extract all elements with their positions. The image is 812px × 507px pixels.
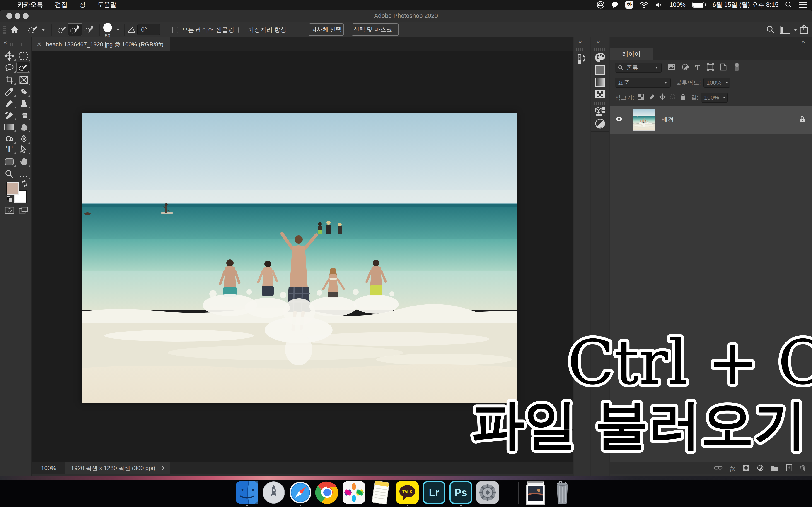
add-to-selection-mode[interactable] (67, 23, 83, 36)
history-panel-icon[interactable] (577, 53, 587, 65)
korean-input-icon[interactable]: 한 (625, 1, 633, 9)
link-layers-icon[interactable] (714, 465, 722, 471)
foreground-color-swatch[interactable] (7, 182, 19, 194)
smudge-tool[interactable] (17, 121, 31, 133)
new-selection-mode[interactable] (54, 23, 69, 36)
eyedropper-tool[interactable] (2, 86, 16, 97)
lock-pixels-icon[interactable] (649, 94, 655, 101)
opacity-input[interactable]: 100% (704, 78, 730, 88)
dock-system-preferences-icon[interactable] (476, 481, 499, 504)
new-layer-icon[interactable] (786, 464, 792, 472)
dock-image-file-icon[interactable] (525, 481, 548, 504)
document-info[interactable]: 1920 픽셀 x 1280 픽셀 (300 ppi) (65, 462, 170, 474)
enhance-edge-checkbox[interactable]: 가장자리 향상 (238, 26, 287, 34)
menu-app-name[interactable]: 카카오톡 (12, 0, 49, 9)
select-subject-button[interactable]: 피사체 선택 (309, 23, 344, 36)
search-icon[interactable] (785, 0, 792, 9)
layer-visibility-eye-icon[interactable] (615, 116, 623, 124)
brush-tool[interactable] (2, 98, 16, 109)
menubar-clock[interactable]: 6월 15일 (월) 오후 8:15 (713, 0, 778, 9)
dock-lightroom-icon[interactable]: Lr (423, 481, 445, 504)
path-selection-tool[interactable] (17, 144, 31, 155)
chat-bubble-icon[interactable] (611, 0, 618, 9)
filter-shape-layers-icon[interactable] (707, 63, 714, 72)
delete-layer-icon[interactable] (800, 464, 806, 472)
quick-mask-icon[interactable] (5, 207, 14, 215)
zoom-window-button[interactable] (23, 13, 29, 19)
layer-row-background[interactable]: 배경 (610, 106, 812, 133)
layers-tab[interactable]: 레이어 (610, 48, 653, 60)
pen-tool[interactable] (17, 133, 31, 145)
filter-adjustment-layers-icon[interactable] (682, 64, 689, 72)
options-grip[interactable] (3, 25, 6, 35)
dock-photoshop-icon[interactable]: Ps (450, 481, 472, 504)
gradient-tool[interactable] (2, 121, 16, 133)
toolbar-collapse-icon[interactable]: « (4, 39, 7, 46)
dock-chrome-icon[interactable] (316, 481, 339, 504)
zoom-level[interactable]: 100% (32, 465, 65, 472)
spot-healing-brush-tool[interactable] (17, 86, 31, 97)
lock-artboard-icon[interactable] (670, 94, 676, 101)
crop-tool[interactable] (2, 74, 16, 86)
layer-filter-dropdown[interactable]: 종류 (615, 63, 662, 73)
layer-name[interactable]: 배경 (662, 116, 674, 124)
dock-notes-icon[interactable] (369, 481, 392, 504)
hand-tool[interactable] (17, 156, 31, 168)
document-tab[interactable]: ✕ beach-1836467_1920.jpg @ 100% (RGB/8#) (32, 37, 170, 51)
dock-launchpad-icon[interactable] (262, 481, 285, 504)
dock-finder-icon[interactable] (236, 481, 258, 504)
swap-colors-icon[interactable] (21, 180, 29, 188)
close-window-button[interactable] (6, 13, 12, 19)
angle-input[interactable]: 0° (137, 24, 160, 35)
dock2-collapse-icon[interactable]: « (597, 39, 600, 46)
creative-cloud-icon[interactable] (597, 0, 604, 9)
select-and-mask-button[interactable]: 선택 및 마스크... (352, 23, 399, 36)
dodge-tool[interactable] (2, 133, 16, 145)
rectangular-marquee-tool[interactable] (17, 50, 31, 62)
workspace-switcher-icon[interactable] (780, 26, 798, 34)
swatches-panel-icon[interactable] (595, 65, 605, 76)
dock2-grip[interactable] (594, 48, 606, 51)
color-panel-icon[interactable] (595, 53, 606, 63)
menu-edit[interactable]: 편집 (49, 0, 73, 9)
subtract-from-selection-mode[interactable] (82, 23, 97, 36)
toolbar-grip[interactable] (10, 43, 22, 46)
dock-kakaotalk-icon[interactable]: TALK (396, 481, 419, 504)
shape-tool[interactable] (2, 156, 16, 168)
close-tab-icon[interactable]: ✕ (37, 41, 42, 48)
adjustments-panel-icon[interactable] (595, 119, 605, 129)
wifi-icon[interactable] (640, 0, 648, 9)
zoom-tool[interactable] (2, 168, 16, 180)
fill-input[interactable]: 100% (701, 93, 728, 103)
dock-trash-icon[interactable] (552, 481, 574, 504)
frame-tool[interactable] (17, 74, 31, 86)
layers-expand-icon[interactable]: » (802, 39, 805, 46)
lock-all-icon[interactable] (680, 94, 686, 102)
sample-all-layers-checkbox[interactable]: 모든 레이어 샘플링 (172, 26, 234, 34)
minimize-window-button[interactable] (14, 13, 20, 19)
screen-mode-icon[interactable] (19, 207, 29, 215)
new-group-icon[interactable] (771, 465, 778, 472)
history-brush-tool[interactable] (2, 110, 16, 121)
add-layer-mask-icon[interactable] (743, 464, 750, 472)
lock-transparency-icon[interactable] (638, 94, 644, 101)
eraser-tool[interactable] (17, 110, 31, 121)
layer-thumbnail[interactable] (632, 109, 655, 130)
dock-photos-icon[interactable] (343, 481, 365, 504)
brush-size-picker[interactable]: 50 (102, 23, 113, 39)
blend-mode-dropdown[interactable]: 표준 (615, 78, 671, 88)
quick-selection-tool[interactable] (16, 62, 30, 73)
dock2-grip-2[interactable] (594, 102, 606, 105)
filter-toggle-switch[interactable] (734, 62, 739, 73)
new-adjustment-layer-icon[interactable] (757, 465, 764, 472)
dock-safari-icon[interactable] (289, 481, 312, 504)
control-center-icon[interactable] (799, 0, 807, 9)
clone-stamp-tool[interactable] (17, 98, 31, 109)
gradients-panel-icon[interactable] (595, 78, 605, 87)
patterns-panel-icon[interactable] (595, 90, 605, 100)
menu-help[interactable]: 도움말 (92, 0, 122, 9)
default-colors-icon[interactable] (7, 196, 13, 203)
dock1-collapse-icon[interactable]: « (579, 39, 582, 46)
type-tool[interactable]: T (2, 144, 16, 155)
move-tool[interactable] (2, 50, 16, 62)
